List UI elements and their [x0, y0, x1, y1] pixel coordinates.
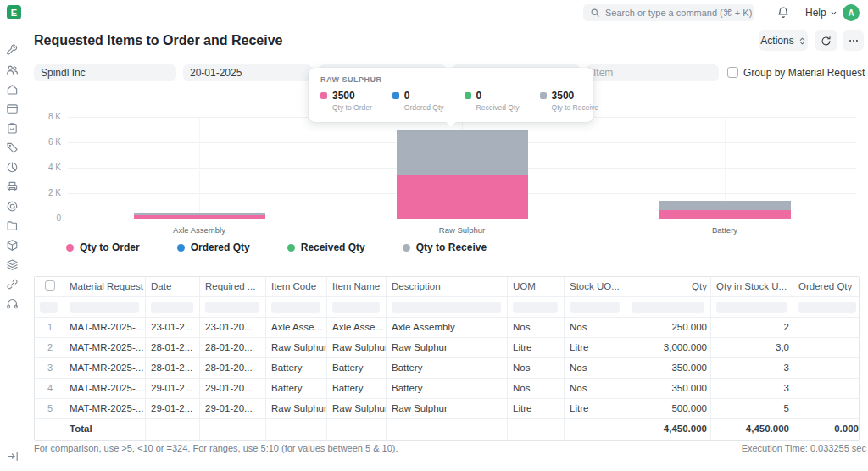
- chevron-up-down-icon: [798, 36, 806, 46]
- column-filter-input[interactable]: [716, 302, 787, 313]
- home-icon[interactable]: [6, 83, 19, 96]
- select-all-checkbox[interactable]: [45, 280, 55, 291]
- page-title: Requested Items to Order and Receive: [34, 33, 282, 48]
- cell-stock_uom: Litre: [565, 399, 626, 418]
- column-filter-input[interactable]: [205, 302, 259, 313]
- cell-material_request: MAT-MR-2025-...: [64, 379, 146, 398]
- users-icon[interactable]: [6, 64, 19, 76]
- column-header-required[interactable]: Required ...: [200, 277, 266, 296]
- erpnext-logo[interactable]: E: [7, 5, 21, 19]
- column-filter-input[interactable]: [40, 302, 58, 313]
- support-icon[interactable]: [6, 297, 19, 310]
- select-all-cell[interactable]: [35, 277, 64, 296]
- actions-button[interactable]: Actions: [759, 30, 808, 51]
- table-row[interactable]: 3MAT-MR-2025-...28-01-2...28-01-20...Bat…: [35, 358, 860, 379]
- cell-material_request: MAT-MR-2025-...: [64, 318, 146, 337]
- collapse-sidebar-icon[interactable]: [7, 450, 19, 463]
- table-row[interactable]: 4MAT-MR-2025-...29-01-2...29-01-20...Bat…: [35, 379, 860, 399]
- company-filter[interactable]: [34, 64, 176, 81]
- printer-icon[interactable]: [6, 180, 19, 193]
- cell-qty_in_stock: 3,0: [711, 338, 793, 357]
- top-navbar: E Search or type a command (⌘ + K) Help …: [0, 0, 868, 25]
- cell-material_request: MAT-MR-2025-...: [64, 338, 146, 357]
- bar-axle-assembly-qty-to-order[interactable]: [134, 215, 265, 219]
- legend-label: Ordered Qty: [191, 241, 250, 253]
- notifications-bell-icon[interactable]: [776, 6, 790, 19]
- user-avatar[interactable]: A: [843, 4, 860, 21]
- bar-battery-qty-to-order[interactable]: [659, 210, 791, 219]
- table-row[interactable]: 1MAT-MR-2025-...23-01-2...23-01-20...Axl…: [35, 318, 860, 338]
- tasks-icon[interactable]: [6, 122, 19, 135]
- bar-raw-sulphur-qty-to-order[interactable]: [397, 175, 528, 219]
- total-item_name: [327, 419, 387, 440]
- total-qty: 4,450.000: [626, 419, 711, 440]
- filter-cell: [626, 297, 711, 317]
- column-header-item-name[interactable]: Item Name: [327, 277, 387, 296]
- group-by-checkbox[interactable]: [727, 67, 738, 78]
- stock-icon[interactable]: [6, 239, 19, 252]
- column-filter-input[interactable]: [271, 302, 320, 313]
- column-header-material-request[interactable]: Material Request: [64, 277, 146, 296]
- filter-cell: [387, 297, 508, 317]
- integrations-icon[interactable]: [6, 278, 19, 291]
- website-icon[interactable]: [6, 103, 19, 115]
- filter-cell: [200, 297, 266, 317]
- cell-required_by: 29-01-20...: [200, 379, 266, 398]
- date-filter[interactable]: [183, 64, 312, 81]
- folder-icon[interactable]: [6, 219, 19, 232]
- column-filter-input[interactable]: [392, 302, 501, 313]
- legend-item-qty-to-order: Qty to Order: [66, 241, 140, 253]
- item-filter[interactable]: [587, 64, 719, 81]
- column-header-item-code[interactable]: Item Code: [266, 277, 327, 296]
- filter-cell: [35, 297, 64, 317]
- total-description: [387, 419, 508, 440]
- total-item_code: [266, 419, 327, 440]
- table-row[interactable]: 5MAT-MR-2025-...29-01-2...29-01-20...Raw…: [35, 399, 860, 419]
- refresh-button[interactable]: [815, 30, 837, 51]
- tooltip-item-received-qty: 0Received Qty: [465, 91, 520, 112]
- column-header-date[interactable]: Date: [146, 277, 200, 296]
- cell-required_by: 23-01-20...: [200, 318, 266, 337]
- help-menu[interactable]: Help: [805, 7, 837, 19]
- column-filter-input[interactable]: [570, 302, 620, 313]
- accounting-icon[interactable]: [6, 161, 19, 174]
- cell-item_name: Battery: [327, 379, 387, 398]
- column-header-description[interactable]: Description: [387, 277, 508, 296]
- global-search[interactable]: Search or type a command (⌘ + K): [583, 4, 754, 21]
- sidebar-icon-list: [0, 25, 25, 310]
- cell-uom: Nos: [508, 379, 565, 398]
- column-filter-input[interactable]: [632, 302, 704, 313]
- cell-uom: Nos: [508, 318, 565, 337]
- manufacturing-icon[interactable]: [6, 258, 19, 271]
- column-header-stock-uo[interactable]: Stock UO...: [565, 277, 626, 296]
- column-filter-input[interactable]: [513, 302, 558, 313]
- selling-icon[interactable]: [6, 141, 19, 154]
- cell-stock_uom: Litre: [565, 338, 626, 357]
- column-filter-input[interactable]: [332, 302, 380, 313]
- bar-battery-qty-to-receive[interactable]: [659, 201, 791, 210]
- filter-cell: [793, 297, 860, 317]
- more-menu-button[interactable]: [843, 30, 864, 51]
- cell-description: Battery: [387, 358, 508, 378]
- email-icon[interactable]: [6, 200, 19, 213]
- column-filter-input[interactable]: [798, 302, 856, 313]
- bar-chart: 02 K4 K6 K8 K Axle AssemblyRaw SulphurBa…: [34, 117, 860, 252]
- column-header-qty-in-stock-u[interactable]: Qty in Stock U...: [711, 277, 793, 296]
- table-row[interactable]: 2MAT-MR-2025-...28-01-2...28-01-20...Raw…: [35, 338, 860, 358]
- column-header-ordered-qty[interactable]: Ordered Qty: [793, 277, 860, 296]
- cell-qty_in_stock: 5: [711, 399, 793, 418]
- column-header-qty[interactable]: Qty: [626, 277, 711, 296]
- bar-raw-sulphur-qty-to-receive[interactable]: [397, 130, 528, 175]
- column-header-uom[interactable]: UOM: [508, 277, 565, 296]
- column-filter-input[interactable]: [70, 302, 139, 313]
- cell-uom: Nos: [508, 358, 565, 378]
- tools-icon[interactable]: [6, 44, 19, 57]
- column-filter-input[interactable]: [151, 302, 193, 313]
- cell-qty: 350.000: [626, 379, 711, 398]
- cell-item_code: Raw Sulphur: [266, 338, 327, 357]
- cell-qty: 3,000.000: [626, 338, 711, 357]
- cell-item_code: Axle Asse...: [266, 318, 327, 337]
- refresh-icon: [821, 36, 832, 47]
- cell-description: Raw Sulphur: [387, 399, 508, 418]
- bar-axle-assembly-qty-to-receive[interactable]: [134, 213, 265, 216]
